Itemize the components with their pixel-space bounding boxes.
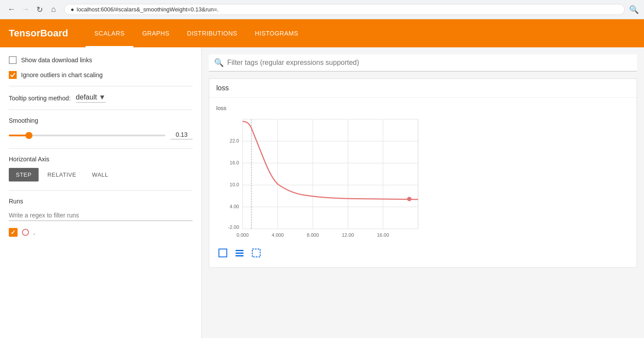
chart-area: loss <box>209 98 637 267</box>
main-layout: Show data download links Ignore outliers… <box>0 47 644 338</box>
svg-text:22.0: 22.0 <box>230 138 239 143</box>
url-icon: ● <box>71 6 74 13</box>
axis-buttons: STEP RELATIVE WALL <box>9 168 193 181</box>
show-data-links-row: Show data download links <box>9 56 193 64</box>
svg-rect-31 <box>236 250 243 251</box>
svg-rect-33 <box>236 255 243 256</box>
smoothing-slider[interactable] <box>9 135 165 136</box>
chart-expand-button[interactable] <box>216 247 229 259</box>
tab-distributions[interactable]: DISTRIBUTIONS <box>178 19 246 47</box>
svg-rect-34 <box>252 249 260 257</box>
run-checkbox[interactable] <box>9 228 18 237</box>
address-bar[interactable]: ● localhost:6006/#scalars&_smoothingWeig… <box>64 4 625 15</box>
content-area: 🔍 loss loss <box>202 47 644 338</box>
axis-step-button[interactable]: STEP <box>9 168 39 181</box>
checkmark-icon <box>10 73 15 77</box>
run-color-circle <box>22 229 29 236</box>
svg-text:10.0: 10.0 <box>230 182 239 187</box>
tooltip-sort-label: Tooltip sorting method: <box>9 95 71 102</box>
browser-search-button[interactable]: 🔍 <box>629 5 639 14</box>
svg-rect-32 <box>236 253 243 254</box>
runs-filter-input[interactable] <box>9 210 193 221</box>
tooltip-sort-row: Tooltip sorting method: default ▼ <box>9 93 193 103</box>
svg-text:16.0: 16.0 <box>230 160 239 165</box>
filter-search-icon: 🔍 <box>214 58 224 68</box>
ignore-outliers-label: Ignore outliers in chart scaling <box>21 71 103 78</box>
home-button[interactable]: ⌂ <box>47 4 60 16</box>
smoothing-label: Smoothing <box>9 117 193 124</box>
divider-3 <box>9 148 193 149</box>
smoothing-value[interactable]: 0.13 <box>171 131 193 139</box>
axis-wall-button[interactable]: WALL <box>85 168 115 181</box>
axis-relative-button[interactable]: RELATIVE <box>40 168 83 181</box>
horizontal-axis-label: Horizontal Axis <box>9 156 193 163</box>
svg-text:16.00: 16.00 <box>377 232 389 238</box>
svg-point-21 <box>407 197 411 201</box>
nav-tabs: SCALARS GRAPHS DISTRIBUTIONS HISTOGRAMS <box>86 19 307 47</box>
svg-text:0.000: 0.000 <box>236 232 249 238</box>
chart-card-title: loss <box>209 79 637 98</box>
run-name: . <box>33 229 35 236</box>
tab-histograms[interactable]: HISTOGRAMS <box>246 19 307 47</box>
tooltip-sort-value: default <box>76 93 99 101</box>
divider-2 <box>9 110 193 110</box>
show-data-links-checkbox[interactable] <box>9 56 17 64</box>
show-data-links-label: Show data download links <box>21 57 92 64</box>
filter-tags-input[interactable] <box>227 59 632 67</box>
loss-chart-svg[interactable]: 22.0 16.0 10.0 4.00 -2.00 0.000 4.000 8.… <box>216 115 427 242</box>
chart-label: loss <box>216 105 630 111</box>
divider-4 <box>9 190 193 191</box>
back-button[interactable]: ← <box>5 4 18 16</box>
run-item: . <box>9 228 193 237</box>
svg-text:4.00: 4.00 <box>230 204 239 209</box>
url-text: localhost:6006/#scalars&_smoothingWeight… <box>77 6 219 13</box>
browser-chrome: ← → ↻ ⌂ ● localhost:6006/#scalars&_smoot… <box>0 0 644 19</box>
chart-disable-button[interactable] <box>250 247 263 259</box>
forward-button[interactable]: → <box>19 4 32 16</box>
svg-text:12.00: 12.00 <box>342 232 354 238</box>
reload-button[interactable]: ↻ <box>33 4 46 16</box>
tooltip-sort-select[interactable]: default ▼ <box>76 93 106 103</box>
ignore-outliers-row: Ignore outliers in chart scaling <box>9 71 193 79</box>
chart-legend-button[interactable] <box>233 247 246 259</box>
tab-graphs[interactable]: GRAPHS <box>133 19 178 47</box>
ignore-outliers-checkbox[interactable] <box>9 71 17 79</box>
svg-text:4.000: 4.000 <box>272 232 284 238</box>
filter-bar: 🔍 <box>209 54 637 71</box>
sidebar: Show data download links Ignore outliers… <box>0 47 202 338</box>
slider-thumb[interactable] <box>25 132 32 139</box>
svg-rect-0 <box>243 119 418 229</box>
svg-rect-22 <box>219 249 227 257</box>
tab-scalars[interactable]: SCALARS <box>86 19 133 47</box>
tooltip-sort-arrow: ▼ <box>99 93 106 101</box>
chart-controls <box>216 245 630 260</box>
logo: TensorBoard <box>9 28 68 39</box>
svg-text:-2.00: -2.00 <box>228 224 239 230</box>
runs-label: Runs <box>9 198 193 205</box>
navbar: TensorBoard SCALARS GRAPHS DISTRIBUTIONS… <box>0 19 644 47</box>
loss-chart-card: loss loss <box>209 78 637 268</box>
chart-svg-wrapper: 22.0 16.0 10.0 4.00 -2.00 0.000 4.000 8.… <box>216 115 630 242</box>
smoothing-row: 0.13 <box>9 131 193 139</box>
divider-1 <box>9 86 193 86</box>
svg-text:8.000: 8.000 <box>307 232 319 238</box>
